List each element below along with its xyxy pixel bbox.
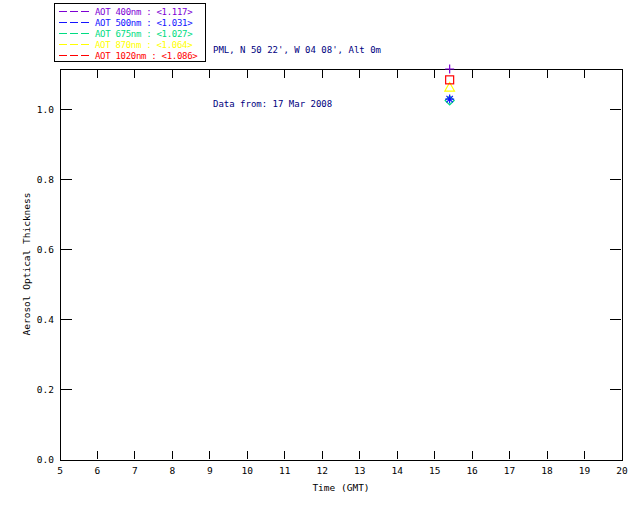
x-tick-label: 6 bbox=[82, 465, 112, 476]
x-tick-top bbox=[397, 70, 398, 78]
x-tick-bottom bbox=[60, 451, 61, 459]
x-tick-top bbox=[60, 70, 61, 78]
x-tick-top bbox=[322, 70, 323, 78]
y-tick-right bbox=[610, 179, 621, 180]
legend-entry-label: AOT 870nm : <1.064> bbox=[95, 40, 192, 50]
x-tick-label: 9 bbox=[195, 465, 225, 476]
y-tick-left bbox=[61, 109, 72, 110]
x-axis-title: Time (GMT) bbox=[241, 482, 441, 493]
x-tick-top bbox=[584, 70, 585, 78]
x-tick-label: 13 bbox=[345, 465, 375, 476]
x-tick-label: 16 bbox=[457, 465, 487, 476]
y-tick-label: 0.8 bbox=[20, 174, 54, 185]
x-tick-label: 18 bbox=[532, 465, 562, 476]
x-tick-bottom bbox=[397, 451, 398, 459]
x-tick-bottom bbox=[209, 451, 210, 459]
y-tick-label: 0.0 bbox=[20, 454, 54, 465]
x-tick-bottom bbox=[584, 451, 585, 459]
legend-entry: AOT 500nm : <1.031> bbox=[59, 17, 205, 28]
legend-entry-label: AOT 675nm : <1.027> bbox=[95, 29, 192, 39]
y-tick-right bbox=[610, 249, 621, 250]
plot-area bbox=[60, 69, 623, 461]
y-tick-left bbox=[61, 249, 72, 250]
x-tick-top bbox=[547, 70, 548, 78]
x-tick-label: 20 bbox=[607, 465, 637, 476]
x-tick-top bbox=[172, 70, 173, 78]
x-tick-top bbox=[247, 70, 248, 78]
legend-dash-line-icon bbox=[59, 44, 95, 45]
x-tick-bottom bbox=[509, 451, 510, 459]
legend-dash-line-icon bbox=[59, 33, 95, 34]
x-tick-top bbox=[509, 70, 510, 78]
x-tick-top bbox=[284, 70, 285, 78]
y-tick-label: 0.2 bbox=[20, 384, 54, 395]
x-tick-bottom bbox=[322, 451, 323, 459]
legend-entry-label: AOT 1020nm : <1.086> bbox=[95, 51, 197, 61]
y-tick-right bbox=[610, 109, 621, 110]
y-tick-left bbox=[61, 389, 72, 390]
y-tick-left bbox=[61, 460, 72, 461]
x-tick-top bbox=[97, 70, 98, 78]
x-tick-top bbox=[622, 70, 623, 78]
x-tick-top bbox=[209, 70, 210, 78]
x-tick-bottom bbox=[247, 451, 248, 459]
x-tick-bottom bbox=[284, 451, 285, 459]
x-tick-label: 7 bbox=[120, 465, 150, 476]
x-tick-label: 12 bbox=[307, 465, 337, 476]
x-tick-bottom bbox=[359, 451, 360, 459]
legend-entry: AOT 675nm : <1.027> bbox=[59, 28, 205, 39]
x-tick-label: 17 bbox=[495, 465, 525, 476]
y-tick-left bbox=[61, 319, 72, 320]
y-tick-right bbox=[610, 389, 621, 390]
aot-plot-window: AOT 400nm : <1.117>AOT 500nm : <1.031>AO… bbox=[0, 0, 640, 512]
x-tick-bottom bbox=[622, 451, 623, 459]
y-tick-right bbox=[610, 460, 621, 461]
x-tick-top bbox=[472, 70, 473, 78]
legend-entry-label: AOT 400nm : <1.117> bbox=[95, 7, 192, 17]
x-tick-bottom bbox=[97, 451, 98, 459]
legend-dash-line-icon bbox=[59, 11, 95, 12]
x-tick-label: 8 bbox=[157, 465, 187, 476]
legend-entry: AOT 400nm : <1.117> bbox=[59, 6, 205, 17]
legend-entry: AOT 1020nm : <1.086> bbox=[59, 50, 205, 61]
x-tick-bottom bbox=[472, 451, 473, 459]
x-tick-label: 10 bbox=[232, 465, 262, 476]
legend-dash-line-icon bbox=[59, 22, 95, 23]
x-tick-label: 15 bbox=[420, 465, 450, 476]
legend-dash-line-icon bbox=[59, 55, 95, 56]
x-tick-label: 11 bbox=[270, 465, 300, 476]
x-tick-bottom bbox=[134, 451, 135, 459]
x-tick-label: 19 bbox=[570, 465, 600, 476]
site-location-text: PML, N 50 22', W 04 08', Alt 0m bbox=[213, 41, 381, 59]
legend-box: AOT 400nm : <1.117>AOT 500nm : <1.031>AO… bbox=[54, 3, 206, 62]
x-tick-top bbox=[434, 70, 435, 78]
y-tick-right bbox=[610, 319, 621, 320]
x-tick-label: 5 bbox=[45, 465, 75, 476]
x-tick-bottom bbox=[547, 451, 548, 459]
y-axis-title: Aerosol Optical Thickness bbox=[21, 193, 32, 336]
x-tick-bottom bbox=[434, 451, 435, 459]
y-tick-left bbox=[61, 179, 72, 180]
x-tick-top bbox=[359, 70, 360, 78]
y-tick-label: 1.0 bbox=[20, 104, 54, 115]
legend-entry-label: AOT 500nm : <1.031> bbox=[95, 18, 192, 28]
legend-entry: AOT 870nm : <1.064> bbox=[59, 39, 205, 50]
x-tick-bottom bbox=[172, 451, 173, 459]
x-tick-top bbox=[134, 70, 135, 78]
x-tick-label: 14 bbox=[382, 465, 412, 476]
